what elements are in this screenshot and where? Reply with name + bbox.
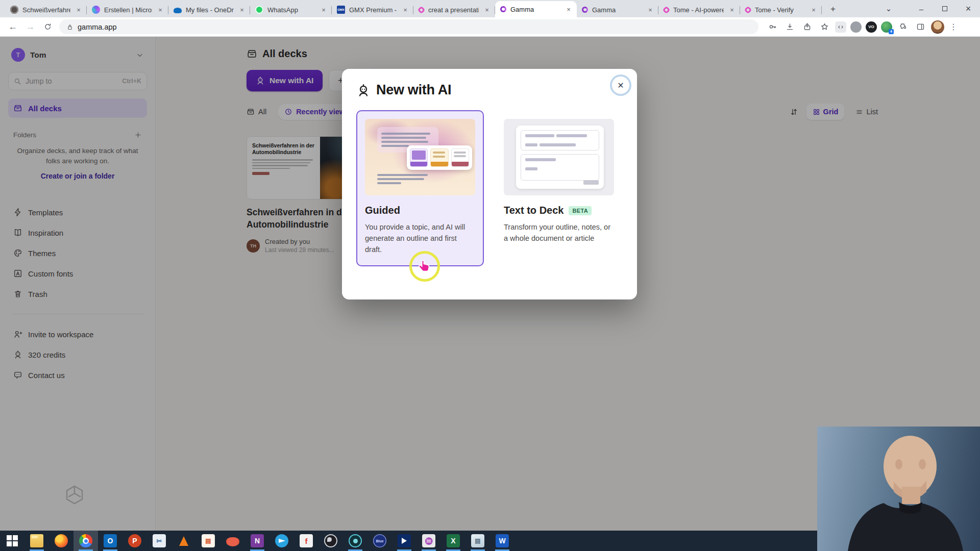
taskbar-explorer-app[interactable] [24,531,49,551]
taskbar-start-button[interactable] [0,531,24,551]
minimize-button[interactable]: – [910,0,933,17]
mouse-cursor-hand [418,259,432,276]
extension-palm-icon[interactable]: 4 [881,21,892,33]
browser-menu-icon[interactable]: ⋮ [949,22,958,32]
explorer-icon [30,534,43,547]
tab-close-icon[interactable]: × [646,6,654,14]
modal-header: New with AI [356,82,623,98]
share-icon[interactable] [800,20,814,34]
tab-title: Schweißverfahren f [22,6,70,14]
new-tab-button[interactable]: + [826,2,840,16]
download-icon[interactable] [782,20,797,34]
extension-vo-icon[interactable]: VO [866,21,877,33]
taskbar-blue-app[interactable]: Blue [368,531,392,551]
browser-tab[interactable]: creat a presentatio× [413,2,495,17]
password-key-icon[interactable] [765,20,779,34]
taskbar-outlook-app[interactable]: O [98,531,122,551]
tab-title: Gamma [592,6,642,14]
browser-tab[interactable]: GMXGMX Premium - E× [332,2,413,17]
taskbar-telegram-app[interactable] [270,531,294,551]
tab-close-icon[interactable]: × [728,6,736,14]
text-to-deck-illustration [504,119,614,195]
taskbar-onenote-app[interactable]: N [245,531,270,551]
tab-close-icon[interactable]: × [810,6,818,14]
tab-title: GMX Premium - E [349,6,397,14]
browser-tab[interactable]: Tome - Verify× [740,2,822,17]
reload-button[interactable] [40,19,55,35]
browser-tab[interactable]: Tome - AI-powere× [658,2,740,17]
recorder-icon [349,534,362,547]
taskbar-lips-app[interactable] [220,531,245,551]
word-icon: W [496,534,509,547]
text-to-deck-title: Text to Deck [504,205,564,216]
browser-tab[interactable]: WhatsApp× [250,2,332,17]
modal-title: New with AI [376,82,451,98]
tab-search-button[interactable]: ⌄ [877,0,900,17]
excel-icon: X [447,534,460,547]
tab-title: Tome - AI-powere [673,6,724,14]
chrome-icon [79,534,92,547]
lips-icon [226,537,239,546]
side-panel-icon[interactable] [913,20,927,34]
browser-tab[interactable]: Schweißverfahren f× [5,2,87,17]
browser-tab[interactable]: Erstellen | Microsof× [87,2,168,17]
back-button[interactable]: ← [5,19,20,35]
taskbar-excel-app[interactable]: X [441,531,465,551]
url-text: gamma.app [78,23,117,31]
taskbar-audio-app-app[interactable]: ♒ [416,531,441,551]
notepad-icon: ▤ [471,534,484,547]
browser-tab[interactable]: My files - OneDriv× [168,2,250,17]
tab-close-icon[interactable]: × [401,6,409,14]
taskbar-chrome-app[interactable] [74,531,98,551]
start-icon [6,534,19,547]
tab-title: WhatsApp [267,6,315,14]
taskbar-vlc-app[interactable] [172,531,196,551]
modal-cards: Guided You provide a topic, and AI will … [356,110,623,266]
outlook-icon: O [104,534,117,547]
extensions-puzzle-icon[interactable] [896,20,910,34]
spiral-favicon [10,6,18,14]
tab-close-icon[interactable]: × [483,6,491,14]
blue-icon: Blue [373,534,386,547]
address-bar[interactable]: gamma.app [59,19,758,34]
tab-close-icon[interactable]: × [565,5,573,13]
taskbar-notepad-app[interactable]: ▤ [465,531,490,551]
taskbar-obs-app[interactable] [318,531,343,551]
tab-close-icon[interactable]: × [156,6,164,14]
snipping-icon: ✂ [153,534,166,547]
taskbar-foxit-app[interactable]: f [294,531,318,551]
extension-circle-icon[interactable] [850,21,862,33]
taskbar-recorder-app[interactable] [343,531,368,551]
browser-tab[interactable]: Gamma× [495,1,577,17]
taskbar-office-doc-app[interactable]: ▤ [196,531,220,551]
close-window-button[interactable]: × [957,0,980,17]
profile-avatar[interactable] [931,20,944,34]
taskbar-word-app[interactable]: W [490,531,514,551]
taskbar-powerpoint-app[interactable]: P [122,531,147,551]
video-editor-icon [398,534,411,547]
tab-title: creat a presentatio [428,6,479,14]
text-to-deck-description: Transform your outline, notes, or a whol… [504,222,614,244]
tab-close-icon[interactable]: × [238,6,246,14]
tab-close-icon[interactable]: × [75,6,83,14]
modal-close-button[interactable]: ✕ [611,76,630,94]
browser-tab[interactable]: Gamma× [577,2,658,17]
taskbar-video-editor-app[interactable] [392,531,416,551]
tab-close-icon[interactable]: × [320,6,328,14]
guided-title: Guided [365,205,400,216]
taskbar-snipping-app[interactable]: ✂ [147,531,172,551]
new-with-ai-modal: New with AI ✕ Guided You provide a topic… [342,69,637,299]
extension-code-icon[interactable] [835,21,846,33]
bookmark-star-icon[interactable] [817,20,831,34]
tab-title: My files - OneDriv [186,6,234,14]
maximize-button[interactable] [933,0,957,17]
forward-button[interactable]: → [22,19,38,35]
text-to-deck-option-card[interactable]: Text to Deck BETA Transform your outline… [495,110,623,266]
firefox-icon [55,534,68,547]
ring-favicon [744,6,752,14]
tab-title: Erstellen | Microsof [104,6,152,14]
taskbar-firefox-app[interactable] [49,531,74,551]
foxit-icon: f [300,534,313,547]
gamma-favicon [582,7,588,13]
guided-option-card[interactable]: Guided You provide a topic, and AI will … [356,110,484,266]
